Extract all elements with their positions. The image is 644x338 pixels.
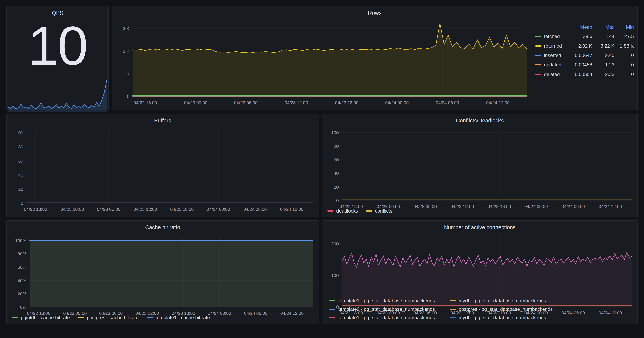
cache-chart-svg: 04/22 18:0004/23 00:0004/23 06:0004/23 1… bbox=[10, 233, 316, 318]
legend-row-returned[interactable]: returned bbox=[535, 41, 568, 51]
legend-value-returned-max: 3.22 K bbox=[592, 41, 614, 51]
svg-text:04/24 00:00: 04/24 00:00 bbox=[208, 311, 231, 316]
legend-value-fetched-mean: 39.6 bbox=[568, 32, 592, 41]
legend-swatch bbox=[535, 55, 541, 56]
panel-buffers-title[interactable]: Buffers bbox=[10, 116, 316, 126]
svg-text:40: 40 bbox=[18, 173, 23, 178]
svg-text:04/23 06:00: 04/23 06:00 bbox=[413, 310, 437, 315]
svg-text:80: 80 bbox=[18, 144, 23, 149]
svg-text:0: 0 bbox=[21, 201, 23, 206]
panel-connections-title[interactable]: Number of active connections bbox=[325, 223, 634, 233]
svg-text:04/24 06:00: 04/24 06:00 bbox=[562, 204, 585, 209]
svg-text:04/23 00:00: 04/23 00:00 bbox=[184, 100, 207, 105]
svg-text:3 K: 3 K bbox=[123, 26, 130, 31]
dashboard-row-2: Buffers 04/22 18:0004/23 00:0004/23 06:0… bbox=[6, 114, 638, 217]
svg-text:0: 0 bbox=[336, 198, 339, 203]
svg-text:04/24 06:00: 04/24 06:00 bbox=[244, 311, 267, 316]
panel-cache-title[interactable]: Cache hit ratio bbox=[10, 223, 316, 233]
qps-sparkline-svg bbox=[8, 77, 107, 112]
svg-text:0%: 0% bbox=[20, 305, 26, 310]
legend-value-updated-max: 1.23 bbox=[592, 60, 614, 70]
legend-row-inserted[interactable]: inserted bbox=[535, 51, 568, 60]
legend-col-mean[interactable]: Mean bbox=[568, 23, 592, 32]
panel-cache-hit-ratio: Cache hit ratio 04/22 18:0004/23 00:0004… bbox=[6, 220, 319, 324]
svg-text:04/23 06:00: 04/23 06:00 bbox=[413, 204, 437, 209]
svg-text:04/24 06:00: 04/24 06:00 bbox=[436, 100, 459, 105]
legend-value-updated-min: 0 bbox=[614, 60, 634, 70]
svg-text:0: 0 bbox=[336, 304, 339, 309]
legend-swatch bbox=[535, 74, 541, 75]
legend-row-fetched[interactable]: fetched bbox=[535, 32, 568, 41]
svg-text:20: 20 bbox=[18, 187, 23, 192]
svg-text:04/24 12:00: 04/24 12:00 bbox=[486, 100, 510, 105]
legend-col-min[interactable]: Min bbox=[614, 23, 634, 32]
svg-text:04/23 18:00: 04/23 18:00 bbox=[335, 100, 358, 105]
svg-text:04/23 12:00: 04/23 12:00 bbox=[284, 100, 308, 105]
legend-label: returned bbox=[544, 43, 562, 49]
svg-text:60%: 60% bbox=[18, 265, 26, 270]
svg-text:60: 60 bbox=[18, 159, 23, 164]
legend-row-deleted[interactable]: deleted bbox=[535, 70, 568, 79]
rows-chart-svg: 04/22 18:0004/23 00:0004/23 06:0004/23 1… bbox=[115, 18, 530, 107]
svg-text:04/24 12:00: 04/24 12:00 bbox=[598, 204, 622, 209]
legend-label: updated bbox=[544, 62, 562, 68]
svg-text:04/22 18:00: 04/22 18:00 bbox=[27, 311, 50, 316]
legend-row-updated[interactable]: updated bbox=[535, 60, 568, 70]
svg-text:04/24 00:00: 04/24 00:00 bbox=[524, 310, 548, 315]
legend-swatch bbox=[535, 36, 541, 37]
svg-text:04/24 12:00: 04/24 12:00 bbox=[280, 311, 304, 316]
conflicts-chart[interactable]: 04/22 18:0004/23 00:0004/23 06:0004/23 1… bbox=[325, 126, 634, 206]
svg-text:20: 20 bbox=[334, 184, 338, 190]
legend-value-inserted-max: 2.40 bbox=[592, 51, 614, 60]
svg-text:04/24 00:00: 04/24 00:00 bbox=[524, 204, 548, 209]
svg-text:04/23 12:00: 04/23 12:00 bbox=[134, 207, 157, 212]
svg-text:04/22 18:00: 04/22 18:00 bbox=[340, 204, 363, 209]
svg-text:04/22 18:00: 04/22 18:00 bbox=[340, 310, 363, 315]
legend-label: inserted bbox=[544, 53, 561, 58]
legend-value-inserted-mean: 0.00647 bbox=[568, 51, 592, 60]
dashboard-row-1: QPS 10 Rows 04/22 18:0004/23 00:0004/23 … bbox=[6, 6, 638, 110]
svg-text:80: 80 bbox=[334, 144, 338, 149]
panel-conflicts-title[interactable]: Conflicts/Deadlocks bbox=[325, 116, 634, 126]
qps-sparkline[interactable] bbox=[8, 77, 107, 112]
svg-text:04/23 00:00: 04/23 00:00 bbox=[376, 310, 400, 315]
legend-col-max[interactable]: Max bbox=[592, 23, 614, 32]
connections-chart-svg: 04/22 18:0004/23 00:0004/23 06:0004/23 1… bbox=[325, 233, 634, 318]
svg-text:04/23 12:00: 04/23 12:00 bbox=[136, 311, 159, 316]
grafana-dashboard: QPS 10 Rows 04/22 18:0004/23 00:0004/23 … bbox=[0, 0, 644, 324]
legend-value-deleted-max: 2.33 bbox=[592, 70, 614, 79]
legend-table-grid: MeanMaxMinfetched39.614427.5returned2.02… bbox=[535, 23, 634, 79]
svg-text:100: 100 bbox=[331, 130, 339, 135]
legend-value-returned-mean: 2.02 K bbox=[568, 41, 592, 51]
svg-text:2 K: 2 K bbox=[123, 49, 130, 54]
svg-text:80%: 80% bbox=[18, 252, 26, 257]
connections-chart[interactable]: 04/22 18:0004/23 00:0004/23 06:0004/23 1… bbox=[325, 233, 634, 295]
svg-text:04/23 12:00: 04/23 12:00 bbox=[450, 310, 474, 315]
svg-text:200: 200 bbox=[331, 241, 339, 246]
conflicts-chart-svg: 04/22 18:0004/23 00:0004/23 06:0004/23 1… bbox=[325, 126, 634, 211]
svg-text:04/24 06:00: 04/24 06:00 bbox=[243, 207, 267, 212]
svg-text:04/23 06:00: 04/23 06:00 bbox=[97, 207, 120, 212]
panel-rows: Rows 04/22 18:0004/23 00:0004/23 06:0004… bbox=[112, 6, 638, 110]
rows-chart[interactable]: 04/22 18:0004/23 00:0004/23 06:0004/23 1… bbox=[115, 18, 530, 107]
svg-text:04/23 00:00: 04/23 00:00 bbox=[63, 311, 86, 316]
svg-text:1 K: 1 K bbox=[123, 72, 130, 77]
svg-text:04/22 18:00: 04/22 18:00 bbox=[24, 207, 47, 212]
cache-chart[interactable]: 04/22 18:0004/23 00:0004/23 06:0004/23 1… bbox=[10, 233, 316, 312]
buffers-chart[interactable]: 04/22 18:0004/23 00:0004/23 06:0004/23 1… bbox=[10, 126, 316, 214]
svg-text:04/24 12:00: 04/24 12:00 bbox=[598, 310, 622, 315]
svg-text:04/23 18:00: 04/23 18:00 bbox=[488, 310, 511, 315]
legend-col-blank bbox=[535, 23, 568, 32]
panel-rows-title[interactable]: Rows bbox=[115, 8, 634, 18]
svg-text:100%: 100% bbox=[15, 238, 26, 243]
svg-text:04/23 06:00: 04/23 06:00 bbox=[234, 100, 258, 105]
panel-qps: QPS 10 bbox=[6, 6, 109, 110]
panel-conflicts-deadlocks: Conflicts/Deadlocks 04/22 18:0004/23 00:… bbox=[322, 114, 638, 217]
svg-text:0: 0 bbox=[127, 94, 130, 99]
legend-value-deleted-min: 0 bbox=[614, 70, 634, 79]
legend-swatch bbox=[535, 45, 541, 47]
legend-value-updated-mean: 0.00458 bbox=[568, 60, 592, 70]
svg-text:04/23 18:00: 04/23 18:00 bbox=[170, 207, 194, 212]
rows-legend-table: MeanMaxMinfetched39.614427.5returned2.02… bbox=[530, 18, 634, 107]
svg-text:04/23 00:00: 04/23 00:00 bbox=[60, 207, 84, 212]
